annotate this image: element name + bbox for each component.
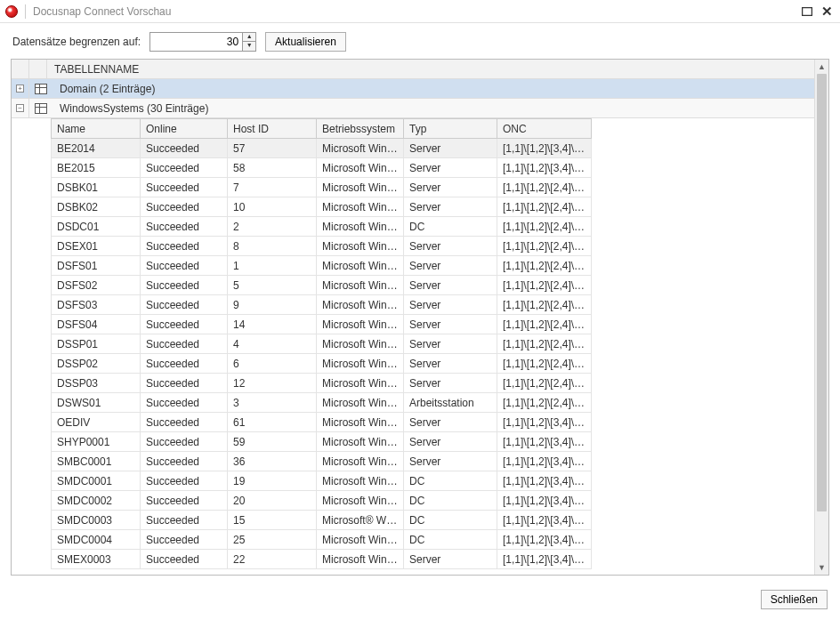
table-icon-cell	[29, 103, 52, 114]
cell-name: DSSP02	[52, 354, 141, 374]
table-row[interactable]: SMDC0001Succeeded19Microsoft Wind...DC[1…	[52, 471, 592, 491]
limit-input[interactable]	[150, 36, 242, 48]
cell-onc: [1,1]\[1,2]\[2,4]\[...	[497, 256, 592, 276]
limit-spinner[interactable]: ▲ ▼	[149, 32, 256, 52]
table-row[interactable]: SHYP0001Succeeded59Microsoft Wind...Serv…	[52, 432, 592, 452]
close-dialog-button[interactable]: Schließen	[761, 590, 828, 609]
col-os[interactable]: Betriebssystem	[317, 119, 404, 139]
table-row[interactable]: DSDC01Succeeded2Microsoft Wind...DC[1,1]…	[52, 217, 592, 237]
spinner-up-icon[interactable]: ▲	[243, 33, 255, 42]
cell-onc: [1,1]\[1,2]\[2,4]\[...	[497, 178, 592, 197]
table-row[interactable]: DSBK02Succeeded10Microsoft Wind...Server…	[52, 197, 592, 217]
cell-os: Microsoft Wind...	[317, 354, 404, 374]
table-row[interactable]: SMBC0001Succeeded36Microsoft Wind...Serv…	[52, 452, 592, 471]
table-row[interactable]: SMDC0003Succeeded15Microsoft® Win...DC[1…	[52, 511, 592, 530]
titlebar: Docusnap Connect Vorschau ✕	[0, 0, 840, 23]
cell-name: DSFS04	[52, 315, 141, 334]
table-row[interactable]: SMEX0003Succeeded22Microsoft Wind...Serv…	[52, 550, 592, 569]
table-row[interactable]: SMDC0002Succeeded20Microsoft Wind...DC[1…	[52, 491, 592, 511]
table-row[interactable]: DSEX01Succeeded8Microsoft Wind...Server[…	[52, 237, 592, 256]
cell-online: Succeeded	[141, 237, 228, 256]
limit-label: Datensätze begrenzen auf:	[12, 36, 141, 48]
cell-typ: DC	[404, 491, 497, 511]
cell-host: 2	[228, 217, 317, 237]
toolbar: Datensätze begrenzen auf: ▲ ▼ Aktualisie…	[0, 23, 840, 59]
cell-host: 7	[228, 178, 317, 197]
scroll-up-icon[interactable]: ▲	[815, 60, 828, 74]
cell-name: BE2015	[52, 158, 141, 178]
cell-onc: [1,1]\[1,2]\[3,4]\[...	[497, 158, 592, 178]
table-row[interactable]: DSSP01Succeeded4Microsoft Wind...Server[…	[52, 334, 592, 354]
cell-name: SHYP0001	[52, 432, 141, 452]
cell-host: 9	[228, 295, 317, 315]
cell-os: Microsoft Wind...	[317, 452, 404, 471]
cell-os: Microsoft Wind...	[317, 295, 404, 315]
cell-host: 36	[228, 452, 317, 471]
table-row[interactable]: SMDC0004Succeeded25Microsoft Wind...DC[1…	[52, 530, 592, 550]
col-name[interactable]: Name	[52, 119, 141, 139]
cell-name: DSSP01	[52, 334, 141, 354]
close-button[interactable]: ✕	[819, 4, 835, 20]
table-row[interactable]: DSSP02Succeeded6Microsoft Wind...Server[…	[52, 354, 592, 374]
cell-host: 19	[228, 471, 317, 491]
scroll-track[interactable]	[815, 74, 828, 560]
cell-os: Microsoft Wind...	[317, 276, 404, 295]
cell-name: DSSP03	[52, 374, 141, 393]
cell-host: 25	[228, 530, 317, 550]
cell-online: Succeeded	[141, 334, 228, 354]
cell-online: Succeeded	[141, 452, 228, 471]
cell-online: Succeeded	[141, 139, 228, 158]
table-row[interactable]: DSFS03Succeeded9Microsoft Wind...Server[…	[52, 295, 592, 315]
refresh-button[interactable]: Aktualisieren	[265, 32, 346, 52]
cell-onc: [1,1]\[1,2]\[3,4]\[...	[497, 413, 592, 432]
cell-typ: Server	[404, 237, 497, 256]
cell-online: Succeeded	[141, 491, 228, 511]
vertical-scrollbar[interactable]: ▲ ▼	[814, 60, 828, 575]
table-row[interactable]: OEDIVSucceeded61Microsoft Wind...Server[…	[52, 413, 592, 432]
table-row[interactable]: DSFS02Succeeded5Microsoft Wind...Server[…	[52, 276, 592, 295]
cell-onc: [1,1]\[1,2]\[2,4]\[...	[497, 237, 592, 256]
group-label: Domain (2 Einträge)	[52, 83, 155, 95]
table-row[interactable]: DSBK01Succeeded7Microsoft Wind...Server[…	[52, 178, 592, 197]
col-online[interactable]: Online	[141, 119, 228, 139]
cell-online: Succeeded	[141, 178, 228, 197]
expand-icon[interactable]: +	[16, 85, 24, 93]
cell-online: Succeeded	[141, 413, 228, 432]
table-row[interactable]: BE2015Succeeded58Microsoft Wind...Server…	[52, 158, 592, 178]
col-hostid[interactable]: Host ID	[228, 119, 317, 139]
cell-os: Microsoft Wind...	[317, 550, 404, 569]
cell-os: Microsoft Wind...	[317, 158, 404, 178]
cell-online: Succeeded	[141, 374, 228, 393]
cell-os: Microsoft Wind...	[317, 178, 404, 197]
spinner-down-icon[interactable]: ▼	[243, 42, 255, 51]
cell-os: Microsoft Wind...	[317, 256, 404, 276]
cell-onc: [1,1]\[1,2]\[2,4]\[...	[497, 217, 592, 237]
indent-cell	[29, 60, 47, 79]
cell-online: Succeeded	[141, 217, 228, 237]
table-icon	[35, 84, 47, 94]
table-row[interactable]: DSFS04Succeeded14Microsoft Wind...Server…	[52, 315, 592, 334]
cell-host: 14	[228, 315, 317, 334]
scroll-thumb[interactable]	[817, 74, 827, 511]
table-icon-cell	[29, 84, 52, 94]
table-row[interactable]: BE2014Succeeded57Microsoft Wind...Server…	[52, 139, 592, 158]
cell-online: Succeeded	[141, 471, 228, 491]
cell-onc: [1,1]\[1,2]\[2,4]\[...	[497, 374, 592, 393]
cell-onc: [1,1]\[1,2]\[3,4]\[...	[497, 511, 592, 530]
collapse-icon[interactable]: −	[16, 104, 24, 112]
col-onc[interactable]: ONC	[497, 119, 592, 139]
cell-host: 59	[228, 432, 317, 452]
col-typ[interactable]: Typ	[404, 119, 497, 139]
table-row[interactable]: DSSP03Succeeded12Microsoft Wind...Server…	[52, 374, 592, 393]
table-row[interactable]: DSFS01Succeeded1Microsoft Wind...Server[…	[52, 256, 592, 276]
cell-online: Succeeded	[141, 354, 228, 374]
group-row-windowssystems[interactable]: − WindowsSystems (30 Einträge)	[12, 99, 814, 118]
table-row[interactable]: DSWS01Succeeded3Microsoft Wind...Arbeits…	[52, 393, 592, 413]
cell-online: Succeeded	[141, 256, 228, 276]
cell-host: 61	[228, 413, 317, 432]
cell-host: 10	[228, 197, 317, 217]
group-row-domain[interactable]: + Domain (2 Einträge)	[12, 79, 814, 99]
scroll-down-icon[interactable]: ▼	[815, 560, 828, 575]
cell-typ: DC	[404, 471, 497, 491]
maximize-button[interactable]	[799, 4, 815, 20]
